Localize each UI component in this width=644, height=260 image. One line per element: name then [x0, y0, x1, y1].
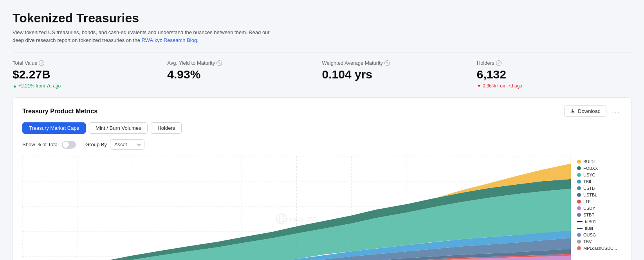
chart-title: Treasury Product Metrics — [22, 108, 97, 115]
chart-header: Treasury Product Metrics Download ... — [22, 105, 622, 117]
metric-total-value: Total Value ? $2.27B ▲ +2.21% from 7d ag… — [13, 60, 167, 89]
legend-item-fobxx: FOBXX — [577, 166, 622, 171]
chart-svg: 1/1/23 3/1/23 5/1/23 7/1/23 9/1/23 11/1/… — [22, 156, 571, 260]
legend-item-bib01: bIB01 — [577, 219, 622, 224]
legend-item-tbill: TBILL — [577, 179, 622, 184]
metric-change-total-value: ▲ +2.21% from 7d ago — [13, 83, 158, 89]
tab-mint-burn-volumes[interactable]: Mint / Burn Volumes — [89, 122, 148, 134]
download-icon — [570, 109, 575, 114]
help-icon-avg-yield[interactable]: ? — [216, 60, 222, 66]
legend-color-ltf — [577, 200, 581, 204]
legend-item-buidl: BUIDL — [577, 159, 622, 164]
chart-area: rwa .xyz — [22, 156, 622, 260]
chart-tabs: Treasury Market Caps Mint / Burn Volumes… — [22, 122, 622, 134]
legend-color-tbv — [577, 240, 581, 244]
tab-treasury-market-caps[interactable]: Treasury Market Caps — [22, 122, 86, 134]
metric-value-avg-yield: 4.93% — [167, 67, 312, 82]
metric-label-total-value: Total Value ? — [13, 60, 158, 66]
legend-color-fobxx — [577, 166, 581, 170]
legend-color-ustbl — [577, 193, 581, 197]
show-pct-toggle[interactable] — [62, 141, 76, 149]
legend-color-tfbill — [577, 228, 583, 229]
arrow-up-icon: ▲ — [13, 83, 17, 89]
more-options-button[interactable]: ... — [610, 107, 622, 115]
show-pct-toggle-label: Show % of Total — [22, 141, 76, 149]
legend-color-mplcash — [577, 246, 581, 250]
help-icon-weighted-maturity[interactable]: ? — [384, 60, 390, 66]
metric-change-holders: ▼ 0.36% from 7d ago — [477, 83, 622, 89]
metric-avg-yield: Avg. Yield to Maturity ? 4.93% — [167, 60, 322, 89]
page-header: Tokenized Treasuries View tokenized US t… — [13, 11, 631, 44]
legend-color-usyc — [577, 173, 581, 177]
page-subtitle: View tokenized US treasuries, bonds, and… — [13, 29, 279, 44]
legend-color-usdy — [577, 206, 581, 210]
metric-weighted-maturity: Weighted Average Maturity ? 0.104 yrs — [322, 60, 477, 89]
help-icon-total-value[interactable]: ? — [39, 60, 44, 66]
group-by-select[interactable]: Asset Protocol Chain — [110, 139, 144, 150]
chart-section: Treasury Product Metrics Download ... Tr… — [13, 97, 631, 260]
metric-label-avg-yield: Avg. Yield to Maturity ? — [167, 60, 312, 66]
chart-legend: BUIDL FOBXX USYC TBILL USTB — [571, 156, 622, 260]
tab-holders[interactable]: Holders — [151, 122, 182, 134]
chart-canvas: rwa .xyz — [22, 156, 571, 260]
legend-item-tbv: TBV — [577, 239, 622, 244]
controls-row: Show % of Total Group By Asset Protocol … — [22, 139, 622, 150]
metric-value-total-value: $2.27B — [13, 67, 158, 82]
page-title: Tokenized Treasuries — [13, 11, 631, 25]
metric-value-holders: 6,132 — [477, 67, 622, 82]
help-icon-holders[interactable]: ? — [496, 60, 501, 66]
legend-item-usdy: USDY — [577, 206, 622, 211]
legend-color-bib01 — [577, 221, 583, 222]
metric-value-weighted-maturity: 0.104 yrs — [322, 67, 467, 82]
legend-color-ousg — [577, 233, 581, 237]
page-container: Tokenized Treasuries View tokenized US t… — [0, 0, 644, 260]
arrow-down-icon: ▼ — [477, 83, 482, 89]
legend-item-ustbl: USTBL — [577, 193, 622, 197]
legend-item-stbt: STBT — [577, 213, 622, 217]
metric-label-weighted-maturity: Weighted Average Maturity ? — [322, 60, 467, 66]
legend-item-tfbill: tfBill — [577, 226, 622, 231]
legend-item-usyc: USYC — [577, 173, 622, 177]
legend-color-buidl — [577, 160, 581, 164]
metric-holders: Holders ? 6,132 ▼ 0.36% from 7d ago — [477, 60, 631, 89]
download-button[interactable]: Download — [564, 105, 606, 117]
group-by-control: Group By Asset Protocol Chain — [85, 139, 144, 150]
legend-color-ustb — [577, 186, 581, 190]
legend-item-ousg: OUSG — [577, 233, 622, 237]
legend-item-ltf: LTF — [577, 199, 622, 204]
legend-color-stbt — [577, 213, 581, 217]
metric-label-holders: Holders ? — [477, 60, 622, 66]
legend-item-ustb: USTB — [577, 186, 622, 191]
research-blog-link[interactable]: RWA.xyz Research Blog — [142, 37, 197, 43]
chart-actions: Download ... — [564, 105, 622, 117]
legend-color-tbill — [577, 180, 581, 184]
legend-item-mplcash: MPLcashUSDC... — [577, 246, 622, 251]
metrics-row: Total Value ? $2.27B ▲ +2.21% from 7d ag… — [13, 53, 631, 89]
